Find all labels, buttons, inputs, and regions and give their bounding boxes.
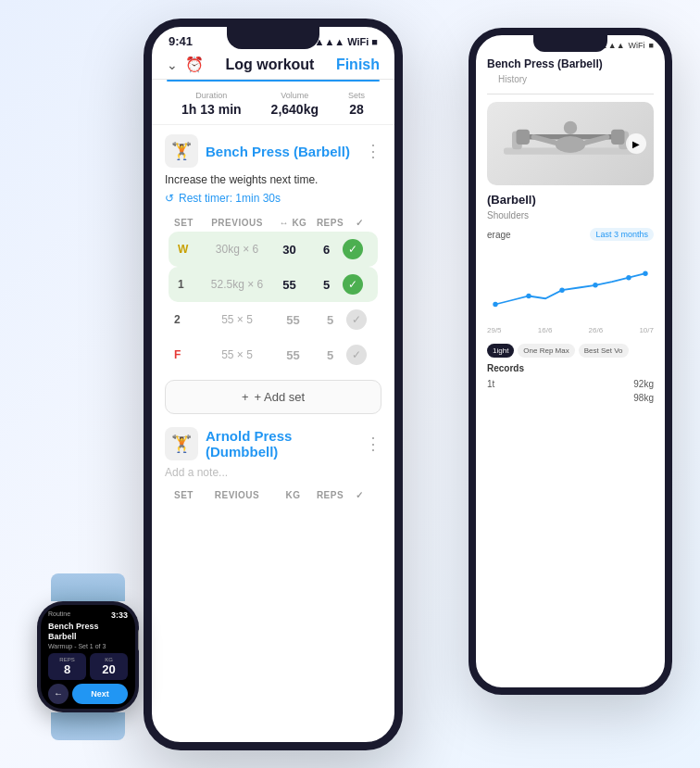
set-row-2: 2 55 × 5 55 5 ✓ [165,302,381,337]
stat-sets-label: Sets [348,91,365,100]
watch-stats-row: REPS 8 KG 20 [48,653,128,680]
svg-point-12 [559,288,564,293]
watch-crown [138,629,139,651]
check-green-1: ✓ [343,274,363,295]
finish-button[interactable]: Finish [336,57,380,73]
stat-sets: Sets 28 [348,91,365,117]
set-check-w[interactable]: ✓ [343,239,369,259]
set-check-2[interactable]: ✓ [346,309,372,330]
set-reps-w[interactable]: 6 [310,243,343,257]
back-tab-history[interactable]: History [498,74,527,88]
col2-set-header: SET [174,490,202,500]
col2-prev-header: REVIOUS [202,490,272,500]
set-row-1: 1 52.5kg × 6 55 5 ✓ [169,267,378,302]
sets-column-headers: SET PREVIOUS ↔ KG REPS ✓ [165,214,381,232]
set-num-2: 2 [174,313,202,326]
set-reps-f[interactable]: 5 [314,348,346,362]
workout-title: Log workout [225,57,314,73]
chevron-down-icon[interactable]: ⌄ [167,57,178,72]
back-barbell-name: (Barbell) [487,193,654,207]
stat-duration-label: Duration [181,91,242,100]
exercise2-header: 🏋️ Arnold Press (Dumbbell) ⋮ [165,427,381,460]
back-record-label-1: 1t [487,379,494,389]
set-kg-w[interactable]: 30 [269,243,310,257]
battery-icon: ■ [371,36,378,47]
back-phone: ▲▲▲ WiFi ■ Bench Press (Barbell) History [469,28,672,695]
col-check-header: ✓ [346,218,372,228]
workout-header: ⌄ ⏰ Log workout Finish [152,48,394,80]
svg-rect-5 [611,130,624,145]
stats-row: Duration 1h 13 min Volume 2,640kg Sets 2… [152,82,394,125]
back-stat-tab-weight[interactable]: 1ight [487,344,514,358]
back-stat-tab-onerepmax[interactable]: One Rep Max [518,344,574,358]
watch-back-icon: ← [54,688,63,699]
col2-reps-header: REPS [314,490,346,500]
set-reps-1[interactable]: 5 [310,278,343,292]
set-prev-1: 52.5kg × 6 [206,278,269,291]
note-placeholder[interactable]: Add a note... [165,466,381,479]
set-check-f[interactable]: ✓ [346,345,372,365]
main-phone: 9:41 ▲▲▲ WiFi ■ ⌄ ⏰ Log workout Finish D… [144,19,403,750]
set-num-1: 1 [178,278,206,291]
rest-timer[interactable]: ↺ Rest timer: 1min 30s [165,192,381,205]
exercise2-icon: 🏋️ [165,427,198,460]
back-stat-tab-bestset[interactable]: Best Set Vo [579,344,629,358]
watch-reps-value: 8 [52,662,82,676]
date-4: 10/7 [639,326,654,334]
rest-timer-icon: ↺ [165,192,174,205]
exercise1-name: Bench Press (Barbell) [206,144,357,159]
timer-icon[interactable]: ⏰ [185,56,204,73]
back-battery-icon: ■ [649,41,654,50]
back-record-value-1: 92kg [633,379,654,389]
set-num-w: W [178,243,206,256]
set-kg-2[interactable]: 55 [272,313,314,327]
watch-kg-value: 20 [94,662,124,676]
watch-time: 3:33 [111,611,128,620]
watch-band-top [51,573,125,601]
back-period-btn[interactable]: Last 3 months [590,228,654,241]
watch-next-label: Next [91,689,109,699]
stat-sets-value: 28 [348,102,365,117]
set-kg-f[interactable]: 55 [272,348,314,362]
check-green-w: ✓ [343,239,363,259]
set-kg-1[interactable]: 55 [269,278,310,292]
stat-duration-value: 1h 13 min [181,102,242,117]
svg-point-10 [493,302,497,307]
exercise1-more-button[interactable]: ⋮ [365,141,381,161]
col-prev-header: PREVIOUS [202,218,272,228]
back-phone-notch [533,35,607,52]
col2-kg-header: KG [272,490,314,500]
add-set-button[interactable]: + + Add set [165,380,381,414]
set-reps-2[interactable]: 5 [314,313,346,327]
exercise2-section: 🏋️ Arnold Press (Dumbbell) ⋮ Add a note.… [152,422,394,504]
check-gray-2: ✓ [346,309,367,330]
watch-back-button[interactable]: ← [48,684,69,704]
stat-duration: Duration 1h 13 min [181,91,242,117]
back-muscle-label: Shoulders [487,210,654,220]
svg-rect-4 [517,130,530,145]
rest-timer-text: Rest timer: 1min 30s [179,192,281,205]
back-records-title: Records [487,363,654,373]
watch-exercise: Bench Press Barbell [48,622,128,642]
exercise1-section: 🏋️ Bench Press (Barbell) ⋮ Increase the … [152,125,394,372]
date-3: 26/6 [589,326,604,334]
svg-point-14 [626,275,631,280]
watch-next-button[interactable]: Next [72,684,128,704]
play-button[interactable]: ▶ [626,133,646,154]
back-chart-header: erage Last 3 months [487,228,654,241]
watch-app-label: Routine [48,611,70,620]
col2-check-header: ✓ [346,490,372,500]
date-2: 16/6 [538,326,553,334]
watch-stat-kg: KG 20 [90,653,128,680]
watch-band-bottom [51,712,125,740]
exercise2-more-button[interactable]: ⋮ [365,434,381,454]
back-exercise-title: Bench Press (Barbell) [487,50,654,74]
set-check-1[interactable]: ✓ [343,274,369,295]
back-record-value-2: 98kg [633,393,654,403]
watch-buttons: ← Next [48,684,128,704]
watch-body: Routine 3:33 Bench Press Barbell Warmup … [37,601,139,712]
back-tab-bar: History [487,74,654,94]
svg-point-7 [564,121,577,134]
stat-volume-label: Volume [271,91,319,100]
back-chart-dates: 29/5 16/6 26/6 10/7 [487,326,654,334]
